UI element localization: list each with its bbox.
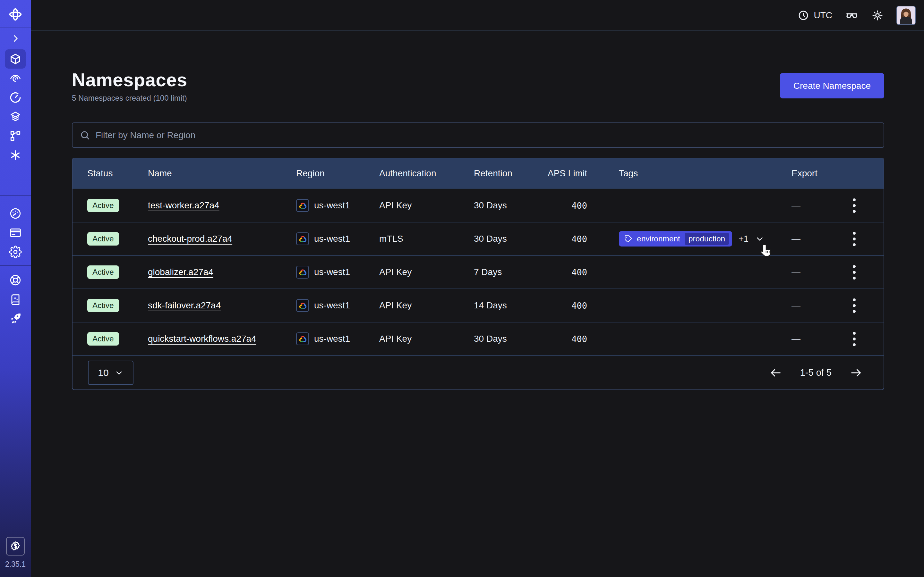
- column-header-tags: Tags: [587, 168, 792, 179]
- timezone-selector[interactable]: UTC: [798, 10, 832, 21]
- status-badge: Active: [87, 199, 119, 213]
- status-badge: Active: [87, 232, 119, 246]
- table-row: Active checkout-prod.a27a4 us-west1 mTLS…: [73, 222, 884, 255]
- app-version: 2.35.1: [5, 560, 26, 569]
- status-badge: Active: [87, 266, 119, 279]
- retention-value: 30 Days: [474, 234, 548, 244]
- sidebar-divider: [0, 27, 31, 28]
- region-label: us-west1: [314, 200, 350, 211]
- table-footer: 10 1-5 of 5: [73, 355, 884, 390]
- page-size-select[interactable]: 10: [88, 361, 134, 385]
- retention-value: 7 Days: [474, 267, 548, 277]
- cube-icon: [9, 53, 22, 65]
- namespace-link[interactable]: quickstart-workflows.a27a4: [148, 334, 256, 344]
- chevron-down-icon: [115, 368, 124, 377]
- row-actions-button[interactable]: [846, 263, 862, 282]
- rocket-icon: [9, 312, 22, 325]
- column-header-name: Name: [148, 168, 296, 179]
- status-badge: Active: [87, 332, 119, 346]
- google-cloud-icon: [296, 332, 309, 345]
- chevron-down-icon[interactable]: [755, 234, 764, 243]
- sidebar-item-eye[interactable]: [5, 69, 26, 88]
- branch-merge-icon: [9, 129, 22, 142]
- row-actions-button[interactable]: [846, 229, 862, 248]
- light-theme-sun-icon: [871, 9, 884, 21]
- reader-glasses-button[interactable]: [845, 9, 859, 22]
- sidebar-item-settings[interactable]: [5, 242, 26, 261]
- table-header: Status Name Region Authentication Retent…: [73, 158, 884, 189]
- aps-limit-value: 400: [548, 201, 587, 211]
- sidebar-item-usage[interactable]: [5, 204, 26, 223]
- clock-icon: [798, 10, 809, 21]
- sidebar-item-namespaces[interactable]: [5, 49, 26, 69]
- namespace-link[interactable]: sdk-failover.a27a4: [148, 300, 221, 311]
- spiral-eye-icon: [9, 72, 22, 85]
- search-icon: [79, 130, 90, 141]
- aps-limit-value: 400: [548, 301, 587, 311]
- tag-value: production: [685, 233, 729, 245]
- namespace-link[interactable]: globalizer.a27a4: [148, 267, 213, 277]
- gear-icon: [9, 245, 22, 258]
- aps-limit-value: 400: [548, 234, 587, 244]
- column-header-aps: APS Limit: [548, 168, 587, 179]
- gauge-icon: [9, 207, 22, 220]
- column-header-retention: Retention: [474, 168, 548, 179]
- main-content: Namespaces 5 Namespaces created (100 lim…: [31, 31, 924, 577]
- sidebar-item-timer[interactable]: [5, 88, 26, 107]
- aps-limit-value: 400: [548, 334, 587, 344]
- export-value: —: [792, 234, 800, 244]
- next-page-button[interactable]: [850, 366, 863, 379]
- sidebar-divider: [0, 266, 31, 266]
- google-cloud-icon: [296, 299, 309, 312]
- page-size-value: 10: [98, 367, 108, 378]
- credits-badge-button[interactable]: [6, 537, 25, 556]
- sidebar-item-layers[interactable]: [5, 107, 26, 126]
- export-value: —: [792, 267, 800, 277]
- auth-value: API Key: [379, 334, 474, 344]
- user-avatar[interactable]: [897, 6, 916, 25]
- table-row: Active test-worker.a27a4 us-west1 API Ke…: [73, 189, 884, 222]
- export-value: —: [792, 200, 800, 211]
- sidebar-item-asterisk[interactable]: [5, 145, 26, 165]
- retention-value: 30 Days: [474, 334, 548, 344]
- column-header-export: Export: [792, 168, 884, 179]
- table-row: Active quickstart-workflows.a27a4 us-wes…: [73, 322, 884, 355]
- asterisk-icon: [9, 149, 22, 161]
- page-title: Namespaces: [72, 69, 187, 90]
- region-label: us-west1: [314, 267, 350, 277]
- top-bar: UTC: [31, 0, 924, 31]
- table-row: Active sdk-failover.a27a4 us-west1 API K…: [73, 288, 884, 322]
- sidebar-item-billing[interactable]: [5, 223, 26, 242]
- auth-value: API Key: [379, 300, 474, 311]
- filter-input[interactable]: [95, 130, 877, 140]
- namespace-link[interactable]: checkout-prod.a27a4: [148, 234, 232, 244]
- tag-key: environment: [637, 234, 680, 243]
- region-label: us-west1: [314, 334, 350, 344]
- auth-value: mTLS: [379, 234, 474, 244]
- namespaces-table: Status Name Region Authentication Retent…: [72, 158, 884, 390]
- export-value: —: [792, 334, 800, 344]
- column-header-status: Status: [73, 168, 148, 179]
- row-actions-button[interactable]: [846, 329, 862, 348]
- sidebar-expand-button[interactable]: [10, 33, 21, 44]
- theme-toggle-button[interactable]: [871, 9, 884, 21]
- namespace-link[interactable]: test-worker.a27a4: [148, 200, 220, 211]
- countdown-timer-icon: [9, 91, 22, 104]
- google-cloud-icon: [296, 232, 309, 245]
- row-actions-button[interactable]: [846, 196, 862, 215]
- prev-page-button[interactable]: [769, 366, 782, 379]
- retention-value: 30 Days: [474, 200, 548, 211]
- timezone-label: UTC: [814, 10, 832, 21]
- filter-bar: [72, 122, 884, 148]
- reader-glasses-icon: [845, 9, 859, 22]
- sidebar-item-getting-started[interactable]: [5, 309, 26, 328]
- create-namespace-button[interactable]: Create Namespace: [780, 73, 884, 98]
- row-actions-button[interactable]: [846, 296, 862, 315]
- pagination-range: 1-5 of 5: [800, 367, 832, 378]
- temporal-logo-icon[interactable]: [8, 0, 23, 27]
- sidebar-item-support[interactable]: [5, 271, 26, 290]
- sidebar-item-branch[interactable]: [5, 126, 26, 145]
- region-label: us-west1: [314, 234, 350, 244]
- sidebar-item-docs[interactable]: [5, 290, 26, 309]
- tag-pill[interactable]: environment production: [619, 231, 732, 247]
